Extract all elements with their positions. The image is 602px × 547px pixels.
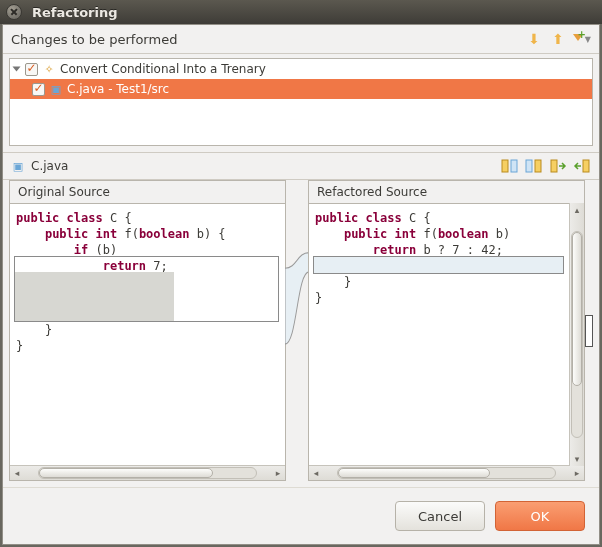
- svg-rect-0: [502, 160, 508, 172]
- svg-rect-1: [511, 160, 517, 172]
- tree-root-item[interactable]: ✧ Convert Conditional Into a Trenary: [10, 59, 592, 79]
- tree-child-item[interactable]: ▣ C.java - Test1/src: [10, 79, 592, 99]
- diff-gutter: [286, 180, 308, 481]
- filter-icon: +: [573, 32, 583, 46]
- copy-ltr-icon: [501, 158, 519, 174]
- changes-tree[interactable]: ✧ Convert Conditional Into a Trenary ▣ C…: [9, 58, 593, 146]
- original-pane: Original Source public class C { public …: [9, 180, 286, 481]
- scroll-left-icon[interactable]: ◂: [309, 466, 323, 480]
- svg-rect-3: [535, 160, 541, 172]
- prev-diff-button[interactable]: [573, 157, 591, 175]
- compare-file-label: C.java: [31, 159, 68, 173]
- arrow-down-icon: ⬇: [528, 32, 540, 46]
- window-title: Refactoring: [32, 5, 118, 20]
- tree-root-checkbox[interactable]: [25, 63, 38, 76]
- refactor-icon: ✧: [42, 62, 56, 76]
- ok-button[interactable]: OK: [495, 501, 585, 531]
- copy-right-to-left-button[interactable]: [525, 157, 543, 175]
- refactored-code: public class C { public int f(boolean b)…: [309, 204, 570, 306]
- scroll-up-icon[interactable]: ▴: [570, 203, 584, 217]
- original-hscroll[interactable]: ◂ ▸: [10, 465, 285, 480]
- tree-root-label: Convert Conditional Into a Trenary: [60, 62, 266, 76]
- close-icon[interactable]: [6, 4, 22, 20]
- compare-area: Original Source public class C { public …: [9, 180, 593, 481]
- tree-child-label: C.java - Test1/src: [67, 82, 169, 96]
- scroll-left-icon[interactable]: ◂: [10, 466, 24, 480]
- original-header: Original Source: [10, 181, 285, 204]
- compare-toolbar: ▣ C.java: [3, 152, 599, 180]
- changes-header-label: Changes to be performed: [11, 32, 177, 47]
- button-bar: Cancel OK: [3, 487, 599, 544]
- java-file-icon: ▣: [49, 82, 63, 96]
- refactored-pane: Refactored Source public class C { publi…: [308, 180, 585, 481]
- overview-marker: [585, 315, 593, 347]
- copy-rtl-icon: [525, 158, 543, 174]
- prev-change-button[interactable]: ⬆: [549, 30, 567, 48]
- java-file-icon: ▣: [11, 159, 25, 173]
- scroll-right-icon[interactable]: ▸: [271, 466, 285, 480]
- svg-rect-2: [526, 160, 532, 172]
- refactored-hscroll[interactable]: ◂ ▸: [309, 465, 584, 480]
- refactored-header: Refactored Source: [309, 181, 584, 204]
- scroll-right-icon[interactable]: ▸: [570, 466, 584, 480]
- prev-diff-icon: [573, 158, 591, 174]
- window-titlebar: Refactoring: [0, 0, 602, 24]
- expand-icon[interactable]: [13, 67, 21, 72]
- arrow-up-icon: ⬆: [552, 32, 564, 46]
- tree-child-checkbox[interactable]: [32, 83, 45, 96]
- next-diff-icon: [549, 158, 567, 174]
- cancel-button[interactable]: Cancel: [395, 501, 485, 531]
- svg-rect-5: [583, 160, 589, 172]
- svg-rect-4: [551, 160, 557, 172]
- original-code-view[interactable]: public class C { public int f(boolean b)…: [10, 204, 285, 465]
- dialog-body: Changes to be performed ⬇ ⬆ + ▼ ✧ Conver…: [2, 24, 600, 545]
- next-change-button[interactable]: ⬇: [525, 30, 543, 48]
- refactored-vscroll[interactable]: ▴ ▾: [569, 203, 584, 466]
- copy-left-to-right-button[interactable]: [501, 157, 519, 175]
- overview-ruler[interactable]: [585, 180, 593, 481]
- changes-header: Changes to be performed ⬇ ⬆ + ▼: [3, 25, 599, 54]
- next-diff-button[interactable]: [549, 157, 567, 175]
- refactored-code-view[interactable]: public class C { public int f(boolean b)…: [309, 204, 570, 465]
- filter-menu-button[interactable]: + ▼: [573, 30, 591, 48]
- scroll-down-icon[interactable]: ▾: [570, 452, 584, 466]
